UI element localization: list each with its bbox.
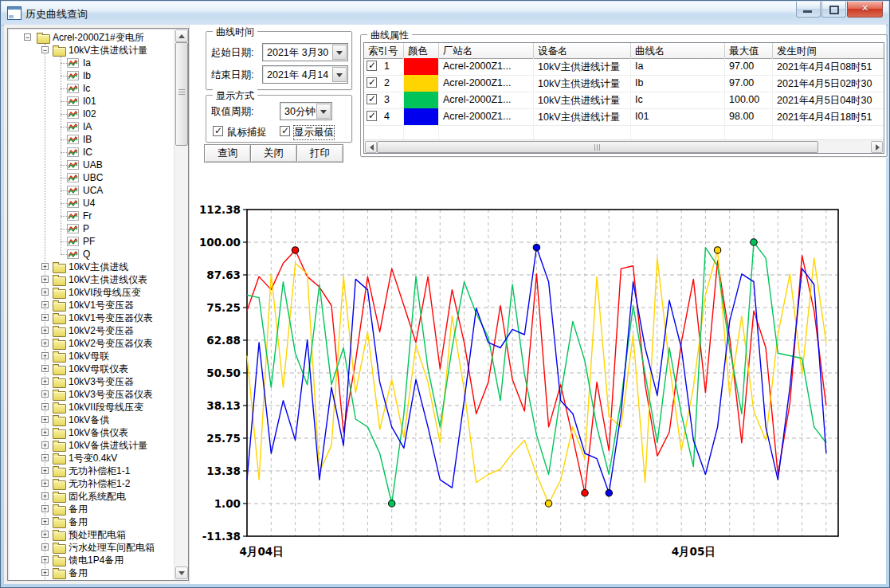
tree-item-curve[interactable]: IB <box>8 133 174 146</box>
tree-item-label[interactable]: Ib <box>83 69 91 82</box>
tree-item-node[interactable]: +备用 <box>8 503 174 515</box>
expand-plus-icon[interactable]: + <box>41 263 49 270</box>
expand-plus-icon[interactable]: + <box>41 543 49 551</box>
title-bar[interactable]: 历史曲线查询 ✕ <box>2 2 888 25</box>
expand-plus-icon[interactable]: + <box>41 339 49 347</box>
expand-plus-icon[interactable]: + <box>41 327 49 334</box>
tree-item-node[interactable]: +10kVII段母线压变 <box>8 401 174 414</box>
tree-item-node[interactable]: +固化系统配电 <box>8 490 174 503</box>
tree-item-label[interactable]: IB <box>83 133 92 146</box>
tree-item-label[interactable]: P <box>83 222 89 235</box>
tree-item-curve[interactable]: UBC <box>8 171 174 184</box>
tree-item-label[interactable]: 无功补偿柜1-1 <box>69 465 130 477</box>
tree-item-node[interactable]: +无功补偿柜1-2 <box>8 477 174 490</box>
tree-item-label[interactable]: 10kV3号变压器仪表 <box>69 388 153 401</box>
expand-plus-icon[interactable]: + <box>41 518 49 525</box>
tree-item-node[interactable]: +10kVI段母线压变 <box>8 286 174 299</box>
tree-item-label[interactable]: 10kV母联仪表 <box>69 363 128 375</box>
dropdown-arrow-icon[interactable] <box>332 67 347 82</box>
row-checkbox[interactable] <box>367 94 377 104</box>
tree-item-label[interactable]: IC <box>83 146 92 159</box>
table-hscrollbar[interactable] <box>364 139 884 153</box>
tree-item-node[interactable]: +10kV备供 <box>8 414 174 426</box>
tree-item-node[interactable]: +1号变0.4kV <box>8 452 174 465</box>
expand-plus-icon[interactable]: + <box>41 531 49 538</box>
tree-item-node[interactable]: +10kV主供进线仪表 <box>8 273 174 286</box>
row-checkbox[interactable] <box>367 61 377 71</box>
tree-item-node[interactable]: +10kV母联 <box>8 350 174 363</box>
expand-plus-icon[interactable]: + <box>41 314 49 321</box>
expand-plus-icon[interactable]: + <box>41 416 49 423</box>
dropdown-arrow-icon[interactable] <box>316 104 331 119</box>
tree-item-label[interactable]: PF <box>83 235 95 248</box>
collapse-minus-icon[interactable]: − <box>41 46 49 53</box>
col-curve[interactable]: 曲线名 <box>631 43 725 58</box>
expand-plus-icon[interactable]: + <box>41 352 49 359</box>
tree-item-label[interactable]: 10kVII段母线压变 <box>69 401 143 414</box>
tree-item-label[interactable]: 10kV母联 <box>69 350 109 363</box>
tree-item-node[interactable]: +10kV主供进线 <box>8 261 174 273</box>
expand-plus-icon[interactable]: + <box>41 480 49 487</box>
end-date-combobox[interactable]: 2021年 4月14 <box>262 65 348 84</box>
col-max[interactable]: 最大值 <box>725 43 773 58</box>
tree-item-label[interactable]: I01 <box>83 95 96 108</box>
collapse-minus-icon[interactable]: − <box>24 33 31 41</box>
expand-plus-icon[interactable]: + <box>41 301 49 308</box>
row-checkbox[interactable] <box>367 111 377 121</box>
table-row[interactable]: 4Acrel-2000Z1...10kV主供进线计量I0198.002021年4… <box>364 108 884 126</box>
scroll-up-button[interactable] <box>175 29 188 42</box>
tree-item-label[interactable]: 10kV主供进线计量 <box>69 44 147 57</box>
start-date-combobox[interactable]: 2021年 3月30 <box>262 43 348 61</box>
tree-item-curve[interactable]: I01 <box>8 95 174 108</box>
tree-item-curve[interactable]: IA <box>8 120 174 133</box>
tree-item-label[interactable]: Ic <box>83 82 90 95</box>
expand-plus-icon[interactable]: + <box>41 429 49 436</box>
expand-plus-icon[interactable]: + <box>41 378 49 385</box>
tree-item-label[interactable]: 10kV1号变压器 <box>69 299 134 312</box>
tree-item-label[interactable]: Acrel-2000Z1#变电所 <box>53 31 144 44</box>
tree-item-label[interactable]: UBC <box>83 171 103 184</box>
table-header[interactable]: 索引号 颜色 厂站名 设备名 曲线名 最大值 发生时间 <box>364 43 884 59</box>
expand-plus-icon[interactable]: + <box>41 288 49 296</box>
expand-plus-icon[interactable]: + <box>41 569 49 576</box>
print-button[interactable]: 打印 <box>296 144 343 163</box>
expand-plus-icon[interactable]: + <box>41 441 49 449</box>
expand-plus-icon[interactable]: + <box>41 403 49 410</box>
tree-item-curve[interactable]: PF <box>8 235 174 248</box>
tree-item-label[interactable]: 10kV1号变压器仪表 <box>69 312 153 324</box>
tree-item-label[interactable]: 10kV备供 <box>69 414 109 426</box>
query-button[interactable]: 查询 <box>204 144 251 163</box>
tree-item-node[interactable]: +10kV母联仪表 <box>8 363 174 375</box>
tree-item-label[interactable]: 10kV备供仪表 <box>69 426 128 439</box>
tree-item-node[interactable]: +备用 <box>8 566 174 579</box>
tree-item-node[interactable]: +10kV3号变压器仪表 <box>8 388 174 401</box>
tree-item-node[interactable]: +污水处理车间配电箱 <box>8 541 174 554</box>
expand-plus-icon[interactable]: + <box>41 556 49 563</box>
tree-item-label[interactable]: UAB <box>83 159 103 171</box>
expand-plus-icon[interactable]: + <box>41 505 49 512</box>
scroll-right-button[interactable] <box>871 141 883 153</box>
tree-item-label[interactable]: Fr <box>83 210 92 222</box>
tree-item-label[interactable]: U4 <box>83 197 95 210</box>
tree-item-label[interactable]: 10kV2号变压器仪表 <box>69 337 153 350</box>
col-time[interactable]: 发生时间 <box>773 43 882 58</box>
close-button[interactable]: ✕ <box>847 2 883 18</box>
tree-scroll-thumb[interactable] <box>175 42 188 146</box>
dropdown-arrow-icon[interactable] <box>332 45 347 60</box>
expand-plus-icon[interactable]: + <box>41 467 49 474</box>
col-color[interactable]: 颜色 <box>404 43 439 58</box>
tree-item-node[interactable]: +备用 <box>8 515 174 528</box>
expand-plus-icon[interactable]: + <box>41 454 49 461</box>
tree-item-node[interactable]: −10kV主供进线计量 <box>8 44 174 57</box>
tree-item-label[interactable]: 固化系统配电 <box>69 490 126 503</box>
tree-item-node[interactable]: +10kV2号变压器 <box>8 324 174 337</box>
col-index[interactable]: 索引号 <box>364 43 404 58</box>
tree-item-node[interactable]: +10kV备供进线计量 <box>8 439 174 452</box>
tree-item-label[interactable]: 1号变0.4kV <box>69 452 117 465</box>
tree-item-label[interactable]: 备用 <box>69 566 88 579</box>
table-row[interactable]: 3Acrel-2000Z1...10kV主供进线计量Ic100.002021年4… <box>364 92 884 109</box>
tree-item-label[interactable]: 备用 <box>69 503 88 515</box>
tree-item-label[interactable]: 无功补偿柜1-2 <box>69 477 130 490</box>
tree-item-curve[interactable]: U4 <box>8 197 174 210</box>
tree-item-curve[interactable]: I02 <box>8 108 174 120</box>
